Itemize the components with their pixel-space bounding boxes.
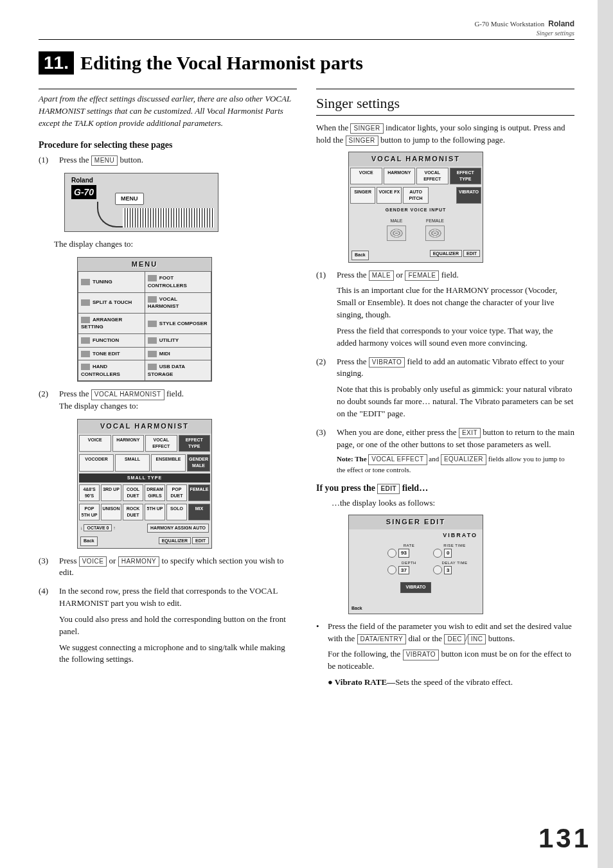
side-shade: [598, 0, 613, 868]
female-button-label: FEMALE: [405, 270, 439, 281]
caption-1: The display changes to:: [54, 238, 297, 251]
device-top-label: Roland: [71, 176, 93, 186]
left-rule: [39, 89, 297, 89]
right-step-3: (3) When you are done, either press the …: [316, 427, 574, 475]
menu-screen-title: MENU: [78, 258, 211, 272]
device-brand-label: G-70: [71, 185, 96, 199]
vh-gender-label: GENDERMALE: [187, 454, 210, 471]
dec-button-label: DEC: [444, 634, 465, 645]
vh-subtab: ENSEMBLE: [151, 454, 186, 471]
knob-icon: [433, 549, 442, 558]
equalizer-button-label: EQUALIZER: [441, 454, 486, 465]
left-step-2: (2) Press the VOCAL HARMONIST field. The…: [39, 388, 297, 412]
menu-cell: UTILITY: [145, 334, 211, 348]
figure-device: Roland G-70 MENU: [64, 173, 218, 232]
female-icon: [425, 226, 445, 241]
right-rule: [316, 115, 574, 116]
vocal-harmonist-button-label: VOCAL HARMONIST: [91, 389, 164, 400]
knob-icon: [387, 549, 396, 558]
gender-voice-input-label: GENDER VOICE INPUT: [349, 205, 483, 215]
header-subsection: Singer settings: [39, 30, 574, 37]
vh-small-type-label: SMALL TYPE: [79, 474, 210, 483]
menu-cell: STYLE COMPOSER: [145, 313, 211, 333]
singer-button-label: SINGER: [350, 123, 383, 134]
edit-vibrato-title: VIBRATO: [349, 529, 483, 542]
vh-tab: HARMONY: [112, 435, 145, 452]
chapter-title: Editing the Vocal Harmonist parts: [80, 52, 363, 74]
back-button: Back: [80, 536, 98, 545]
data-entry-dial-label: DATA/ENTRY: [357, 634, 407, 645]
rate-value: 93: [398, 549, 409, 558]
right-step-2: (2) Press the VIBRATO field to add an au…: [316, 356, 574, 420]
menu-grid: TUNINGFOOT CONTROLLERS SPLIT & TOUCHVOCA…: [78, 271, 211, 381]
risetime-value: 0: [444, 549, 452, 558]
left-subhead: Procedure for selecting these pages: [39, 139, 297, 152]
page-header: G-70 Music Workstation Roland: [39, 19, 574, 28]
bullet-1: • Press the field of the parameter you w…: [316, 621, 574, 689]
menu-cell: FUNCTION: [78, 334, 145, 348]
menu-cell: SPLIT & TOUCH: [78, 292, 145, 313]
left-step-4: (4) In the second row, press the field t…: [39, 585, 297, 666]
knob-icon: [433, 565, 442, 574]
left-step-3: (3) Press VOICE or HARMONY to specify wh…: [39, 555, 297, 580]
menu-cell: FOOT CONTROLLERS: [145, 272, 211, 292]
header-rule: [39, 39, 574, 40]
figure-vocal-harmonist-screen: VOCAL HARMONIST VOICE HARMONY VOCAL EFFE…: [77, 419, 212, 548]
vh-tab: VOICE: [79, 435, 111, 452]
exit-button-label: EXIT: [459, 428, 481, 439]
back-button: Back: [351, 251, 369, 260]
bullet-icon: •: [316, 621, 323, 689]
edit-head: If you press the EDIT field…: [316, 482, 574, 495]
right-para-1: When the SINGER indicator lights, your s…: [316, 122, 574, 146]
right-column: Singer settings When the SINGER indicato…: [316, 89, 574, 691]
edit-fig-title: SINGER EDIT: [349, 515, 483, 529]
vocal-effect-button-label: VOCAL EFFECT: [368, 454, 427, 465]
voice-button-label: VOICE: [79, 556, 107, 567]
menu-cell: TONE EDIT: [78, 347, 145, 360]
menu-cell: USB DATA STORAGE: [145, 360, 211, 381]
right-rule-top: [316, 89, 574, 89]
chapter-title-row: 11. Editing the Vocal Harmonist parts: [39, 51, 574, 75]
vh-tab: EFFECT TYPE: [179, 435, 211, 452]
vh-tab: VOCAL EFFECT: [145, 435, 177, 452]
menu-cell: ARRANGER SETTING: [78, 313, 145, 333]
menu-button-label: MENU: [91, 155, 118, 166]
section-title: Singer settings: [316, 93, 574, 114]
singer-button-label: SINGER: [346, 136, 378, 146]
figure-menu-screen: MENU TUNINGFOOT CONTROLLERS SPLIT & TOUC…: [77, 257, 212, 382]
edit-caption: …the display looks as follows:: [332, 497, 574, 509]
menu-cell: HAND CONTROLLERS: [78, 360, 145, 381]
singer-fig-title: VOCAL HARMONIST: [349, 152, 483, 166]
male-button-label: MALE: [369, 270, 394, 281]
vibrato-button-label: VIBRATO: [369, 357, 405, 368]
intro-text: Apart from the effect settings discussed…: [39, 93, 297, 130]
keyboard-icon: [123, 208, 214, 227]
chapter-number: 11.: [39, 51, 74, 75]
figure-singer-screen: VOCAL HARMONIST VOICE HARMONY VOCAL EFFE…: [348, 152, 483, 263]
menu-cell: VOCAL HARMONIST: [145, 292, 211, 313]
menu-cell: TUNING: [78, 272, 145, 292]
vh-title: VOCAL HARMONIST: [78, 420, 211, 434]
brand-name: Roland: [548, 19, 574, 28]
product-name: G-70 Music Workstation: [474, 20, 544, 28]
vibrato-button-label: VIBRATO: [403, 650, 439, 660]
vh-subtab: SMALL: [115, 454, 150, 471]
depth-value: 37: [398, 566, 409, 575]
delaytime-value: 3: [444, 566, 452, 575]
vh-subtab: VOCODER: [79, 454, 114, 471]
back-button: Back: [351, 606, 362, 610]
knob-icon: [387, 565, 396, 574]
menu-cell: MIDI: [145, 347, 211, 360]
inc-button-label: INC: [468, 634, 486, 645]
right-step-1: (1) Press the MALE or FEMALE field. This…: [316, 269, 574, 350]
left-step-1: (1) Press the MENU button.: [39, 154, 297, 166]
vibrato-toggle: VIBRATO: [400, 582, 432, 592]
harmony-button-label: HARMONY: [118, 556, 160, 567]
figure-singer-edit-screen: SINGER EDIT VIBRATO RATE93 RISE TIME0 DE…: [348, 515, 483, 614]
step-number: (1): [39, 154, 54, 166]
edit-button-label: EDIT: [377, 484, 400, 495]
left-column: Apart from the effect settings discussed…: [39, 89, 297, 691]
sub-bullet-label: ● Vibrato RATE—: [328, 677, 395, 687]
male-icon: [387, 226, 406, 241]
page-number: 131: [538, 823, 591, 854]
